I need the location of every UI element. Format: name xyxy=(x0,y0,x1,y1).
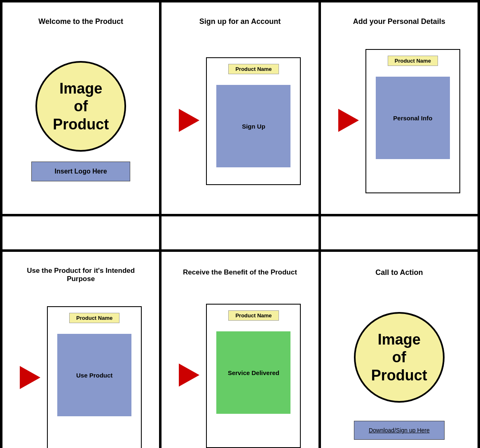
benefit-arrow xyxy=(179,364,199,388)
arrow-icon-1 xyxy=(179,109,199,132)
cell-welcome: Welcome to the Product ImageofProduct In… xyxy=(2,2,159,214)
welcome-content: ImageofProduct Insert Logo Here xyxy=(27,33,134,210)
service-green-box: Service Delivered xyxy=(216,331,290,414)
cell-benefit: Receive the Benefit of the Product Produ… xyxy=(162,252,318,448)
welcome-title: Welcome to the Product xyxy=(34,12,127,29)
use-product-name: Product Name xyxy=(69,313,119,323)
signup-blue-box: Sign Up xyxy=(216,85,290,167)
spacer-3 xyxy=(321,216,478,249)
cell-cta: Call to Action ImageofProduct Download/S… xyxy=(321,252,478,448)
image-of-product-1: ImageofProduct xyxy=(53,80,109,133)
use-arrow xyxy=(20,366,40,391)
arrow-icon-4 xyxy=(179,364,199,387)
use-blue-box: Use Product xyxy=(57,334,131,416)
product-circle-1: ImageofProduct xyxy=(35,61,126,152)
spacer-2 xyxy=(162,216,318,249)
personal-title: Add your Personal Details xyxy=(349,12,450,29)
use-title: Use the Product for it's Intended Purpos… xyxy=(11,262,151,286)
cta-content: ImageofProduct Download/Sign up Here xyxy=(350,285,449,448)
main-grid: Welcome to the Product ImageofProduct In… xyxy=(0,0,480,448)
use-window: Product Name Use Product xyxy=(47,306,142,448)
benefit-window: Product Name Service Delivered xyxy=(206,304,301,448)
signup-content: Product Name Sign Up xyxy=(175,33,305,210)
personal-box-label: Personal Info xyxy=(393,115,432,122)
arrow-icon-3 xyxy=(20,366,40,389)
download-signup-button[interactable]: Download/Sign up Here xyxy=(354,421,445,440)
benefit-title: Receive the Benefit of the Product xyxy=(179,263,301,280)
signup-arrow xyxy=(179,109,199,134)
personal-window: Product Name Personal Info xyxy=(365,49,460,193)
personal-product-name: Product Name xyxy=(388,56,438,66)
insert-logo-button[interactable]: Insert Logo Here xyxy=(31,162,130,181)
benefit-arrow-area: Product Name Service Delivered xyxy=(179,291,301,448)
image-of-product-2: ImageofProduct xyxy=(371,331,427,384)
benefit-content: Product Name Service Delivered xyxy=(175,285,305,448)
product-circle-2: ImageofProduct xyxy=(354,312,445,403)
personal-arrow-area: Product Name Personal Info xyxy=(338,37,460,206)
cell-personal: Add your Personal Details Product Name P… xyxy=(321,2,478,214)
cta-title: Call to Action xyxy=(371,263,427,280)
personal-content: Product Name Personal Info xyxy=(334,33,464,210)
signup-arrow-area: Product Name Sign Up xyxy=(179,45,301,197)
signup-title: Sign up for an Account xyxy=(195,12,285,29)
service-box-label: Service Delivered xyxy=(228,369,279,376)
use-content: Product Name Use Product xyxy=(16,290,146,448)
cell-use: Use the Product for it's Intended Purpos… xyxy=(2,252,159,448)
spacer-1 xyxy=(2,216,159,249)
signup-window: Product Name Sign Up xyxy=(206,57,301,185)
signup-box-label: Sign Up xyxy=(242,123,265,130)
personal-arrow xyxy=(338,109,359,134)
use-arrow-area: Product Name Use Product xyxy=(20,294,142,448)
cell-signup: Sign up for an Account Product Name Sign… xyxy=(162,2,318,214)
signup-product-name: Product Name xyxy=(228,64,279,74)
arrow-icon-2 xyxy=(338,109,359,132)
personal-blue-box: Personal Info xyxy=(376,77,450,159)
use-box-label: Use Product xyxy=(76,372,112,379)
benefit-product-name: Product Name xyxy=(228,310,279,321)
